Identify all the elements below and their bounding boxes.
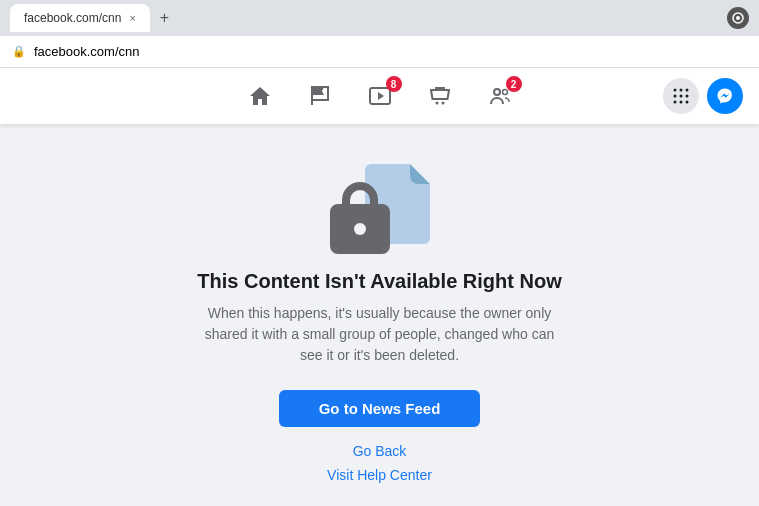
- ssl-lock-icon: 🔒: [12, 45, 26, 58]
- browser-chrome: facebook.com/cnn × +: [0, 0, 759, 36]
- close-tab-button[interactable]: ×: [129, 12, 135, 24]
- svg-point-9: [680, 89, 683, 92]
- svg-point-7: [502, 90, 507, 95]
- url-path: /cnn: [115, 44, 140, 59]
- nav-icon-group: 8 2: [232, 72, 528, 120]
- svg-point-12: [680, 95, 683, 98]
- new-tab-button[interactable]: +: [154, 7, 175, 29]
- lock-body: [330, 204, 390, 254]
- nav-right-buttons: [663, 78, 743, 114]
- svg-point-16: [686, 101, 689, 104]
- svg-point-13: [686, 95, 689, 98]
- svg-point-4: [435, 102, 438, 105]
- svg-point-1: [736, 16, 740, 20]
- svg-point-14: [674, 101, 677, 104]
- nav-friends[interactable]: 2: [472, 72, 528, 120]
- svg-point-15: [680, 101, 683, 104]
- nav-marketplace[interactable]: [412, 72, 468, 120]
- messenger-button[interactable]: [707, 78, 743, 114]
- url-domain: facebook.com: [34, 44, 115, 59]
- friends-badge: 2: [506, 76, 522, 92]
- nav-home[interactable]: [232, 72, 288, 120]
- error-title: This Content Isn't Available Right Now: [197, 270, 561, 293]
- lock-keyhole: [354, 223, 366, 235]
- visit-help-center-link[interactable]: Visit Help Center: [327, 467, 432, 483]
- svg-point-10: [686, 89, 689, 92]
- go-to-news-feed-button[interactable]: Go to News Feed: [279, 390, 481, 427]
- error-description: When this happens, it's usually because …: [195, 303, 565, 366]
- nav-pages[interactable]: [292, 72, 348, 120]
- go-back-link[interactable]: Go Back: [353, 443, 407, 459]
- facebook-navbar: 8 2: [0, 68, 759, 124]
- watch-badge: 8: [386, 76, 402, 92]
- main-content: This Content Isn't Available Right Now W…: [0, 124, 759, 506]
- svg-point-6: [494, 89, 500, 95]
- active-tab[interactable]: facebook.com/cnn ×: [10, 4, 150, 32]
- nav-watch[interactable]: 8: [352, 72, 408, 120]
- doc-fold: [410, 164, 430, 184]
- svg-point-11: [674, 95, 677, 98]
- tab-bar: facebook.com/cnn × +: [10, 4, 175, 32]
- apps-button[interactable]: [663, 78, 699, 114]
- browser-extension-icon[interactable]: [727, 7, 749, 29]
- address-bar: 🔒 facebook.com/cnn: [0, 36, 759, 68]
- error-illustration: [330, 164, 430, 254]
- url-display[interactable]: facebook.com/cnn: [34, 44, 140, 59]
- svg-marker-3: [378, 92, 384, 100]
- svg-point-5: [441, 102, 444, 105]
- svg-point-8: [674, 89, 677, 92]
- tab-title: facebook.com/cnn: [24, 11, 121, 25]
